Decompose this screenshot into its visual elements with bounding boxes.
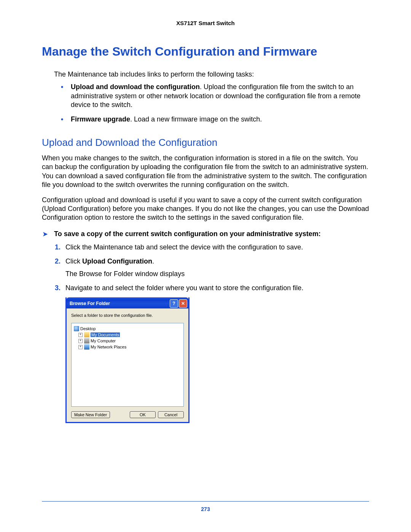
tree-node-mynetwork-label: My Network Places bbox=[91, 345, 126, 349]
subsection-title-h2: Upload and Download the Configuration bbox=[42, 137, 369, 149]
help-icon[interactable]: ? bbox=[170, 299, 178, 308]
step-3-text: Navigate to and select the folder where … bbox=[65, 284, 303, 292]
step-3: Navigate to and select the folder where … bbox=[55, 283, 369, 293]
page-top-header: XS712T Smart Switch bbox=[42, 20, 369, 26]
bullet-upload-download: Upload and download the configuration. U… bbox=[61, 83, 369, 109]
ok-button[interactable]: OK bbox=[130, 411, 156, 418]
tree-node-mycomputer-label: My Computer bbox=[91, 339, 116, 343]
footer-divider bbox=[42, 501, 369, 502]
tree-node-mycomputer[interactable]: + My Computer bbox=[73, 338, 182, 344]
procedure-heading: To save a copy of the current switch con… bbox=[54, 230, 369, 238]
cancel-button[interactable]: Cancel bbox=[158, 411, 184, 418]
close-icon[interactable]: ✕ bbox=[179, 299, 187, 308]
paragraph-1: When you make changes to the switch, the… bbox=[42, 154, 369, 190]
procedure-steps: Click the Maintenance tab and select the… bbox=[55, 243, 369, 293]
tree-node-desktop[interactable]: Desktop bbox=[73, 326, 182, 332]
expand-icon[interactable]: + bbox=[78, 333, 83, 337]
folder-tree[interactable]: Desktop + My Documents + My Computer + bbox=[71, 323, 184, 407]
bullet-firmware-upgrade: Firmware upgrade. Load a new firmware im… bbox=[61, 115, 369, 124]
step-2-suffix: . bbox=[152, 257, 154, 265]
tree-node-mydocuments[interactable]: + My Documents bbox=[73, 332, 182, 338]
dialog-button-row: Make New Folder OK Cancel bbox=[71, 411, 184, 418]
tree-node-desktop-label: Desktop bbox=[80, 326, 96, 331]
dialog-titlebar[interactable]: Browse For Folder ? ✕ bbox=[67, 297, 188, 308]
page-number: 273 bbox=[0, 506, 411, 512]
dialog-body: Select a folder to store the configurati… bbox=[67, 308, 188, 422]
step-1-text: Click the Maintenance tab and select the… bbox=[65, 243, 303, 251]
expand-icon[interactable]: + bbox=[78, 345, 83, 349]
tree-node-mynetwork[interactable]: + My Network Places bbox=[73, 344, 182, 350]
doc-page: XS712T Smart Switch Manage the Switch Co… bbox=[0, 0, 411, 532]
paragraph-2: Configuration upload and download is use… bbox=[42, 196, 369, 222]
network-icon bbox=[84, 344, 89, 350]
step-2-bold: Upload Configuration bbox=[82, 257, 152, 265]
bullet-firmware-upgrade-bold: Firmware upgrade bbox=[71, 115, 130, 123]
tree-node-mydocuments-label: My Documents bbox=[91, 332, 120, 337]
intro-paragraph: The Maintenance tab includes links to pe… bbox=[54, 70, 369, 79]
dialog-instruction: Select a folder to store the configurati… bbox=[71, 313, 184, 318]
computer-icon bbox=[84, 338, 89, 343]
make-new-folder-button[interactable]: Make New Folder bbox=[71, 411, 110, 418]
bullet-firmware-upgrade-text: . Load a new firmware image on the switc… bbox=[130, 115, 262, 123]
step-2-prefix: Click bbox=[65, 257, 82, 265]
step-2-subtext: The Browse for Folder window displays bbox=[65, 269, 369, 279]
step-1: Click the Maintenance tab and select the… bbox=[55, 243, 369, 252]
task-bullet-list: Upload and download the configuration. U… bbox=[61, 83, 369, 124]
desktop-icon bbox=[74, 326, 79, 331]
folder-icon bbox=[84, 332, 89, 337]
procedure-heading-text: To save a copy of the current switch con… bbox=[54, 230, 321, 238]
step-2: Click Upload Configuration. The Browse f… bbox=[55, 257, 369, 279]
browse-folder-dialog: Browse For Folder ? ✕ Select a folder to… bbox=[65, 297, 190, 423]
browse-folder-screenshot: Browse For Folder ? ✕ Select a folder to… bbox=[65, 297, 369, 423]
bullet-upload-download-bold: Upload and download the configuration bbox=[71, 83, 200, 91]
dialog-title: Browse For Folder bbox=[70, 301, 169, 306]
expand-icon[interactable]: + bbox=[78, 339, 83, 343]
page-title-h1: Manage the Switch Configuration and Firm… bbox=[42, 45, 369, 59]
